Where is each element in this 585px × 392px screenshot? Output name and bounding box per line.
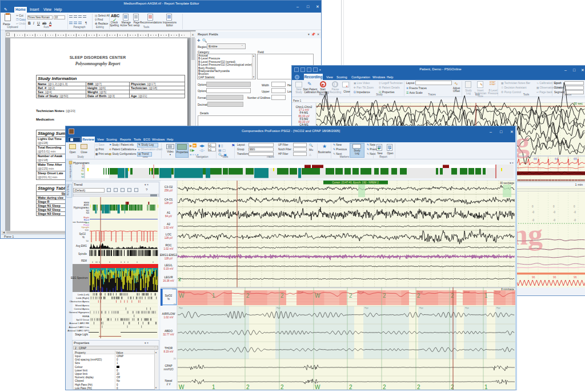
svg-text:2: 2 <box>383 384 386 390</box>
svg-text:LOC: LOC <box>166 233 172 236</box>
svg-text:A2: A2 <box>167 222 170 226</box>
svg-text:2: 2 <box>281 384 284 390</box>
svg-text:REM: REM <box>81 259 87 262</box>
svg-text:ion Summary: ion Summary <box>73 221 87 223</box>
svg-text:-0: -0 <box>532 211 534 214</box>
svg-text:1.02 mV: 1.02 mV <box>163 316 174 319</box>
svg-text:100: 100 <box>85 229 89 231</box>
svg-text:96: 96 <box>532 275 535 279</box>
svg-text:C4-O1: C4-O1 <box>165 198 173 201</box>
svg-text:Mixed Apnea: Mixed Apnea <box>75 304 90 307</box>
svg-text:W: W <box>315 293 320 299</box>
svg-text:32.77 mV: 32.77 mV <box>163 333 175 336</box>
svg-text:CPAP: CPAP <box>165 364 173 367</box>
svg-text:N3: N3 <box>86 211 90 214</box>
svg-text:1.02 mV: 1.02 mV <box>163 247 174 250</box>
svg-text:8.19 mV: 8.19 mV <box>163 350 174 353</box>
svg-text:SpO2: SpO2 <box>79 233 86 235</box>
svg-text:EMG1-EMG2: EMG1-EMG2 <box>160 253 177 257</box>
svg-text:THOR: THOR <box>165 346 173 350</box>
svg-text:Chin1-Chin2: Chin1-Chin2 <box>296 105 312 109</box>
svg-text:2: 2 <box>383 293 386 299</box>
svg-text:Stage Light: Stage Light <box>75 333 89 336</box>
svg-text:-0: -0 <box>574 219 576 222</box>
svg-text:A1: A1 <box>167 211 170 214</box>
svg-text:Limb (Left): Limb (Left) <box>78 293 90 296</box>
svg-text:W: W <box>315 384 320 390</box>
svg-text:64 µV: 64 µV <box>165 215 173 218</box>
svg-text:30 sec/page: 30 sec/page <box>500 182 514 185</box>
svg-text:75: 75 <box>174 303 177 306</box>
svg-text:Arousal 1 ARO RE: Arousal 1 ARO RE <box>69 322 89 325</box>
svg-text:ROC: ROC <box>165 243 172 247</box>
svg-text:Hyp: Hyp <box>179 307 183 309</box>
svg-text:Hyp: Hyp <box>419 307 423 309</box>
svg-text:256 µV: 256 µV <box>165 189 174 192</box>
svg-text:50: 50 <box>86 239 89 242</box>
svg-text:2: 2 <box>349 384 352 390</box>
svg-text:N3: N3 <box>81 176 84 178</box>
svg-text:LEG/L: LEG/L <box>165 263 173 267</box>
svg-text:Desat: Desat <box>495 291 501 293</box>
svg-text:-0: -0 <box>553 219 555 222</box>
svg-text:Scored Events: Scored Events <box>69 162 72 178</box>
svg-text:128 µV: 128 µV <box>165 202 174 205</box>
svg-text:F3-M2: F3-M2 <box>300 117 308 121</box>
svg-text:Hyp: Hyp <box>496 307 500 309</box>
svg-text:W: W <box>179 384 185 390</box>
svg-text:RERA: RERA <box>82 315 89 318</box>
svg-text:0.19 mV: 0.19 mV <box>163 267 174 270</box>
svg-text:Arousal 3 ARO SPO: Arousal 3 ARO SPO <box>67 329 89 332</box>
svg-text:mmH2O: mmH2O <box>163 368 174 371</box>
svg-text:Avg EMG: Avg EMG <box>76 245 87 247</box>
svg-text:Arousal 2 ARO Lim: Arousal 2 ARO Lim <box>69 326 89 329</box>
svg-text:▾ ×: ▾ × <box>510 161 514 165</box>
svg-text:2 V: 2 V <box>167 383 171 386</box>
svg-text:30 sec: 30 sec <box>574 102 583 105</box>
svg-text:66: 66 <box>534 157 537 161</box>
svg-text:96: 96 <box>574 275 577 279</box>
svg-text:Obstructive Apnea: Obstructive Apnea <box>70 300 90 303</box>
svg-text:1: 1 <box>212 384 215 390</box>
svg-text:1: 1 <box>212 293 215 299</box>
svg-text:1 min: 1 min <box>575 183 583 186</box>
svg-text:2: 2 <box>451 384 454 390</box>
svg-text:%: % <box>82 236 85 239</box>
svg-text:%: % <box>167 298 170 301</box>
svg-text:20: 20 <box>174 357 177 360</box>
svg-text:SpO2 Desat: SpO2 Desat <box>76 318 90 321</box>
svg-text:W: W <box>179 293 185 299</box>
svg-text:General Hypopnea: General Hypopnea <box>69 311 90 314</box>
svg-text:SpO2: SpO2 <box>165 294 173 297</box>
svg-text:2: 2 <box>417 384 420 390</box>
svg-text:Hypnogram: Hypnogram <box>74 206 87 209</box>
svg-text:96: 96 <box>553 275 556 279</box>
svg-text:Hypnogram: Hypnogram <box>73 161 90 165</box>
svg-text:1.02 mV: 1.02 mV <box>163 226 174 229</box>
svg-text:1: 1 <box>484 384 488 390</box>
svg-text:Spindle: Spindle <box>78 253 87 255</box>
svg-text:N1: N1 <box>81 170 84 172</box>
svg-text:EEG Spectrum: EEG Spectrum <box>71 277 88 279</box>
svg-text:1: 1 <box>484 293 488 299</box>
svg-text:2: 2 <box>246 293 250 299</box>
svg-text:Central Apnea: Central Apnea <box>74 307 89 310</box>
svg-text:Hyp: Hyp <box>277 307 281 309</box>
svg-text:F4-M1: F4-M1 <box>300 111 308 114</box>
svg-text:65: 65 <box>574 157 577 161</box>
svg-text:AIRFLOW: AIRFLOW <box>162 312 175 315</box>
svg-text:Limb (Right): Limb (Right) <box>76 297 89 299</box>
svg-text:2: 2 <box>417 293 420 299</box>
svg-text:Nasal: Nasal <box>165 379 173 382</box>
svg-text:128 µV: 128 µV <box>165 257 174 260</box>
svg-text:C3-O2: C3-O2 <box>165 185 173 189</box>
svg-text:2: 2 <box>451 293 454 299</box>
svg-text:Hyp: Hyp <box>364 307 368 309</box>
svg-text:N2: N2 <box>81 173 84 175</box>
svg-text:2: 2 <box>281 293 284 299</box>
svg-text:ABDO: ABDO <box>165 329 173 333</box>
svg-text:LEG/R: LEG/R <box>164 275 173 279</box>
svg-text:-0: -0 <box>574 211 576 214</box>
svg-text:16.38 mV: 16.38 mV <box>163 279 175 282</box>
svg-text:2: 2 <box>178 277 181 282</box>
